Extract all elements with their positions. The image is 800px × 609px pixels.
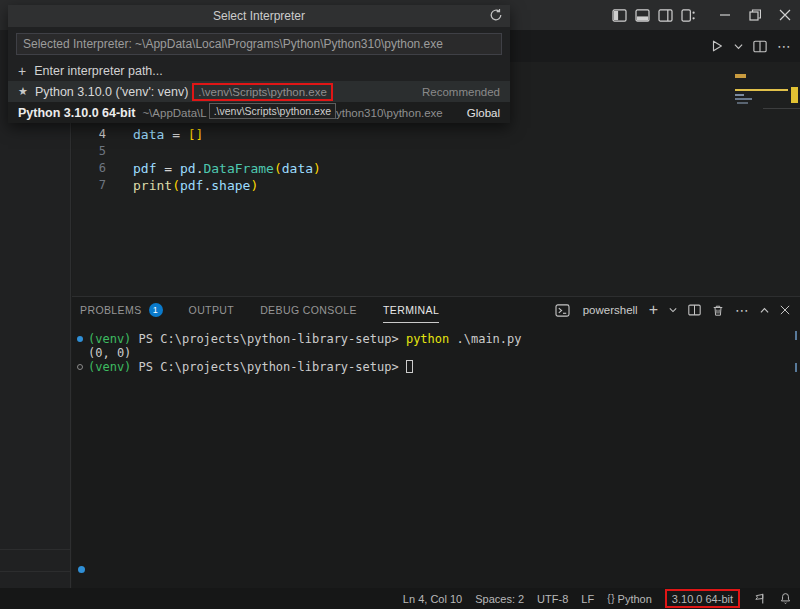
editor-more-actions-icon[interactable]: ⋯ <box>777 38 792 54</box>
toggle-panel-icon[interactable] <box>635 0 650 30</box>
select-interpreter-dialog: Select Interpreter + Enter interpreter p… <box>8 5 510 123</box>
minimap-code-mark <box>735 94 744 96</box>
toggle-secondary-sidebar-icon[interactable] <box>658 0 673 30</box>
terminal-token: (0, 0) <box>88 346 131 360</box>
dialog-title-text: Select Interpreter <box>213 9 305 23</box>
sidebar-section-divider <box>0 571 70 572</box>
statusbar-item-label: Spaces: 2 <box>475 593 524 605</box>
interpreter-item[interactable]: Python 3.10.0 64-bit~\AppData\L.\venv\Sc… <box>8 102 510 123</box>
panel-tab-label: DEBUG CONSOLE <box>260 304 357 316</box>
interpreter-label: Python 3.10.0 64-bit <box>18 106 135 120</box>
interpreter-path: ~\AppData\L <box>142 107 206 119</box>
panel-tab-problems[interactable]: PROBLEMS1 <box>80 297 163 323</box>
panel-more-actions-icon[interactable]: ⋯ <box>735 302 749 318</box>
close-panel-icon[interactable] <box>780 305 790 315</box>
code-token: data <box>282 161 313 176</box>
minimap-code-mark <box>737 102 748 104</box>
panel-tab-output[interactable]: OUTPUT <box>189 297 235 323</box>
code-token: shape <box>211 178 250 193</box>
notifications-bell-icon[interactable] <box>779 592 792 605</box>
panel-tab-debug-console[interactable]: DEBUG CONSOLE <box>260 297 357 323</box>
panel-tabs: PROBLEMS1OUTPUTDEBUG CONSOLETERMINAL <box>80 297 439 323</box>
maximize-panel-chevron-icon[interactable] <box>760 307 769 314</box>
code-token: ) <box>250 178 258 193</box>
terminal-token: python <box>406 332 449 346</box>
code-text: print(pdf.shape) <box>133 177 258 194</box>
interpreter-path: .\venv\Scripts\python.exe <box>192 83 332 101</box>
panel-tab-terminal[interactable]: TERMINAL <box>383 297 439 323</box>
terminal-scrollbar-mark <box>795 331 797 340</box>
terminal-token: PS C:\projects\python-library-setup> <box>131 360 406 374</box>
command-decoration-filled <box>77 336 83 342</box>
dialog-title: Select Interpreter <box>8 5 510 27</box>
kill-terminal-icon[interactable] <box>712 304 724 317</box>
code-token: DataFrame <box>203 161 273 176</box>
line-number: 7 <box>72 177 106 194</box>
minimap-highlight-line <box>735 89 788 91</box>
interpreter-item[interactable]: ★Python 3.10.0 ('venv': venv).\venv\Scri… <box>8 81 510 102</box>
enter-interpreter-path-item[interactable]: + Enter interpreter path... <box>8 61 510 81</box>
powershell-terminal-icon <box>555 304 570 317</box>
status-bar: Ln 4, Col 10Spaces: 2UTF-8LF{ }Python3.1… <box>0 588 800 609</box>
panel-tab-label: OUTPUT <box>189 304 235 316</box>
terminal-dropdown-chevron-icon[interactable] <box>669 307 677 313</box>
statusbar-cursor-position[interactable]: Ln 4, Col 10 <box>403 593 462 605</box>
overview-ruler-marker <box>791 87 798 103</box>
sidebar-section-divider <box>0 549 70 550</box>
interpreter-label: Python 3.10.0 ('venv': venv) <box>35 85 188 99</box>
line-number: 6 <box>72 160 106 177</box>
terminal-line: (venv) PS C:\projects\python-library-set… <box>88 360 522 374</box>
code-line: 5 <box>72 143 732 160</box>
statusbar-encoding[interactable]: UTF-8 <box>537 593 568 605</box>
minimap[interactable] <box>735 74 789 194</box>
terminal-cursor <box>406 360 413 373</box>
split-editor-icon[interactable] <box>753 40 767 53</box>
shell-label[interactable]: powershell <box>583 304 638 316</box>
interpreter-input[interactable] <box>16 33 502 55</box>
run-button[interactable] <box>710 39 724 53</box>
panel-tab-label: TERMINAL <box>383 304 439 316</box>
statusbar-indentation[interactable]: Spaces: 2 <box>475 593 524 605</box>
interpreter-path: ython310\python.exe <box>336 107 443 119</box>
terminal-decoration-dot <box>78 566 85 573</box>
code-line: 7print(pdf.shape) <box>72 177 732 194</box>
toggle-sidebar-icon[interactable] <box>612 0 627 30</box>
statusbar-item-label: UTF-8 <box>537 593 568 605</box>
code-token: ( <box>274 161 282 176</box>
bottom-panel: PROBLEMS1OUTPUTDEBUG CONSOLETERMINAL pow… <box>72 296 800 588</box>
problems-count-badge: 1 <box>149 303 163 317</box>
refresh-interpreters-icon[interactable] <box>489 8 503 22</box>
code-token: print <box>133 178 172 193</box>
close-window-button[interactable] <box>770 0 800 30</box>
new-terminal-button[interactable]: + <box>649 301 658 319</box>
terminal-token: .\main.py <box>449 332 521 346</box>
terminal-token: (venv) <box>88 332 131 346</box>
interpreter-tag: Recommended <box>422 86 500 98</box>
braces-icon: { } <box>607 593 613 604</box>
code-token: ) <box>313 161 321 176</box>
customize-layout-icon[interactable] <box>681 0 696 30</box>
restore-button[interactable] <box>740 0 770 30</box>
enter-interpreter-path-label: Enter interpreter path... <box>34 64 163 78</box>
code-token: [] <box>188 127 204 142</box>
terminal-token: (venv) <box>88 360 131 374</box>
path-tooltip: .\venv\Scripts\python.exe <box>209 103 336 119</box>
terminal-output[interactable]: (venv) PS C:\projects\python-library-set… <box>88 332 522 374</box>
statusbar-python-interpreter[interactable]: 3.10.0 64-bit <box>665 589 740 608</box>
minimize-button[interactable] <box>710 0 740 30</box>
statusbar-eol[interactable]: LF <box>581 593 594 605</box>
minimap-highlight-block <box>735 74 746 78</box>
split-terminal-icon[interactable] <box>688 304 701 316</box>
line-number: 4 <box>72 126 106 143</box>
command-decoration-hollow <box>77 364 83 370</box>
code-text: data = [] <box>133 126 203 143</box>
code-line: 4data = [] <box>72 126 732 143</box>
feedback-icon[interactable] <box>753 592 766 605</box>
terminal-line: (0, 0) <box>88 346 522 360</box>
run-dropdown-chevron-icon[interactable] <box>734 43 743 50</box>
code-text: pdf = pd.DataFrame(data) <box>133 160 321 177</box>
statusbar-item-label: Python <box>618 593 652 605</box>
statusbar-language-mode[interactable]: { }Python <box>607 593 652 605</box>
code-line: 6pdf = pd.DataFrame(data) <box>72 160 732 177</box>
code-lines: 4data = []56pdf = pd.DataFrame(data)7pri… <box>72 126 732 194</box>
